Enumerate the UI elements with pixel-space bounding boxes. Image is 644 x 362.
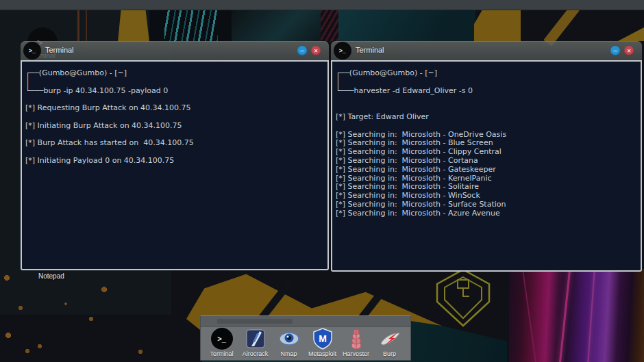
close-button[interactable]: ✕ <box>624 46 634 55</box>
terminal-icon: >_ <box>334 42 351 60</box>
desktop-notepad-shortcut-label[interactable]: Notepad <box>38 272 64 280</box>
terminal-window-harvester: >_ Terminal – ✕ ┌──(Gumbo@Gumbo) - [~]│└… <box>331 41 642 272</box>
dock-item-terminal[interactable]: >_ Terminal <box>206 328 238 357</box>
top-bar <box>0 0 644 10</box>
dock: >_ Terminal Airocrack <box>200 315 411 361</box>
dock-item-label: Nmap <box>273 350 306 357</box>
window-titlebar[interactable]: >_ Terminal – ✕ <box>331 41 642 60</box>
minimize-button[interactable]: – <box>297 46 307 55</box>
dock-item-label: Burp <box>373 350 406 357</box>
metasploit-icon: M <box>306 328 339 350</box>
terminal-icon: >_ <box>206 328 238 350</box>
dock-item-label: Metasploit <box>306 350 339 357</box>
close-icon: ✕ <box>314 48 319 54</box>
close-icon: ✕ <box>627 48 632 54</box>
terminal-window-burp: >_ Terminal – ✕ ┌──(Gumbo@Gumbo) - [~]│└… <box>21 41 329 270</box>
dock-header[interactable] <box>201 316 410 327</box>
terminal-output[interactable]: ┌──(Gumbo@Gumbo) - [~]│└───harvester -d … <box>331 60 642 272</box>
window-title: Terminal <box>45 46 74 54</box>
nmap-icon <box>273 328 306 350</box>
svg-text:M: M <box>319 333 327 344</box>
dock-item-airocrack[interactable]: Airocrack <box>239 328 272 357</box>
terminal-prompt-glyph: >_ <box>339 47 346 54</box>
minimize-button[interactable]: – <box>610 46 620 55</box>
terminal-output[interactable]: ┌──(Gumbo@Gumbo) - [~]│└───burp -ip 40.3… <box>21 60 329 270</box>
dock-item-burp[interactable]: Burp <box>373 328 406 357</box>
dock-item-nmap[interactable]: Nmap <box>273 328 306 357</box>
minimize-icon: – <box>613 47 617 54</box>
window-titlebar[interactable]: >_ Terminal – ✕ <box>21 41 329 60</box>
harvester-icon <box>340 328 373 350</box>
dock-item-label: Airocrack <box>239 350 272 357</box>
minimize-icon: – <box>300 47 304 54</box>
dock-items: >_ Terminal Airocrack <box>201 326 410 361</box>
burp-icon <box>373 328 406 350</box>
dock-item-label: Terminal <box>206 350 238 357</box>
terminal-prompt-glyph: >_ <box>217 335 226 343</box>
terminal-icon: >_ <box>23 42 41 60</box>
dock-item-harvester[interactable]: Harvester <box>340 328 373 357</box>
terminal-prompt-glyph: >_ <box>29 47 36 54</box>
dock-drag-handle[interactable] <box>217 319 293 324</box>
dock-item-label: Harvester <box>340 350 373 357</box>
close-button[interactable]: ✕ <box>311 46 321 55</box>
dock-item-metasploit[interactable]: M Metasploit <box>306 328 339 357</box>
window-title: Terminal <box>356 46 384 54</box>
airocrack-icon <box>239 328 272 350</box>
